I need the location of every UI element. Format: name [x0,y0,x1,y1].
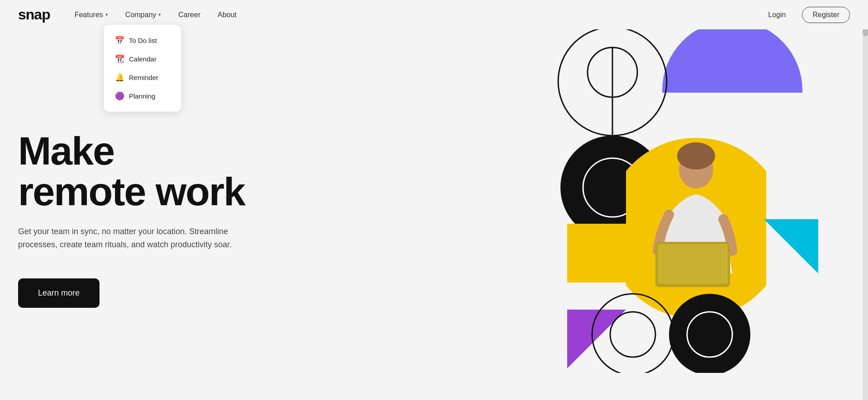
dropdown-label-planning: Planning [129,92,155,100]
dropdown-label-reminder: Reminder [129,74,158,81]
chevron-down-icon: ▾ [105,12,108,18]
nav-links: Features ▾ Company ▾ Career About [68,7,761,23]
nav-auth: Login Register [761,7,850,23]
nav-company[interactable]: Company ▾ [119,7,167,23]
dropdown-label-calendar: Calendar [129,55,157,63]
todo-icon: 📅 [115,36,124,45]
dropdown-item-calendar[interactable]: 📆 Calendar [109,50,176,68]
svg-point-18 [610,312,655,357]
scrollbar[interactable] [863,0,868,400]
nav-career[interactable]: Career [172,7,207,23]
features-dropdown: 📅 To Do list 📆 Calendar 🔔 Reminder 🟣 Pla… [104,25,181,112]
illustration-svg [542,20,823,373]
hero-illustration [326,29,850,400]
dropdown-item-todo[interactable]: 📅 To Do list [109,31,176,50]
svg-rect-15 [658,244,728,284]
svg-point-13 [677,142,715,169]
svg-point-19 [669,294,750,373]
brand-logo[interactable]: snap [18,6,50,23]
nav-features[interactable]: Features ▾ [68,7,114,23]
register-button[interactable]: Register [802,7,850,23]
calendar-icon: 📆 [115,54,124,64]
svg-rect-8 [567,224,626,282]
dropdown-item-reminder[interactable]: 🔔 Reminder [109,68,176,87]
planning-icon: 🟣 [115,91,124,101]
hero-title: Make remote work [18,131,326,212]
dropdown-label-todo: To Do list [129,37,157,44]
dropdown-item-planning[interactable]: 🟣 Planning [109,87,176,105]
chevron-down-icon: ▾ [158,12,161,18]
svg-point-17 [592,294,674,373]
login-button[interactable]: Login [761,7,793,23]
svg-marker-16 [764,219,818,273]
learn-more-button[interactable]: Learn more [18,278,100,308]
nav-about[interactable]: About [211,7,243,23]
hero-subtitle: Get your team in sync, no matter your lo… [18,225,244,251]
hero-section: Make remote work Get your team in sync, … [18,122,326,308]
reminder-icon: 🔔 [115,73,124,82]
